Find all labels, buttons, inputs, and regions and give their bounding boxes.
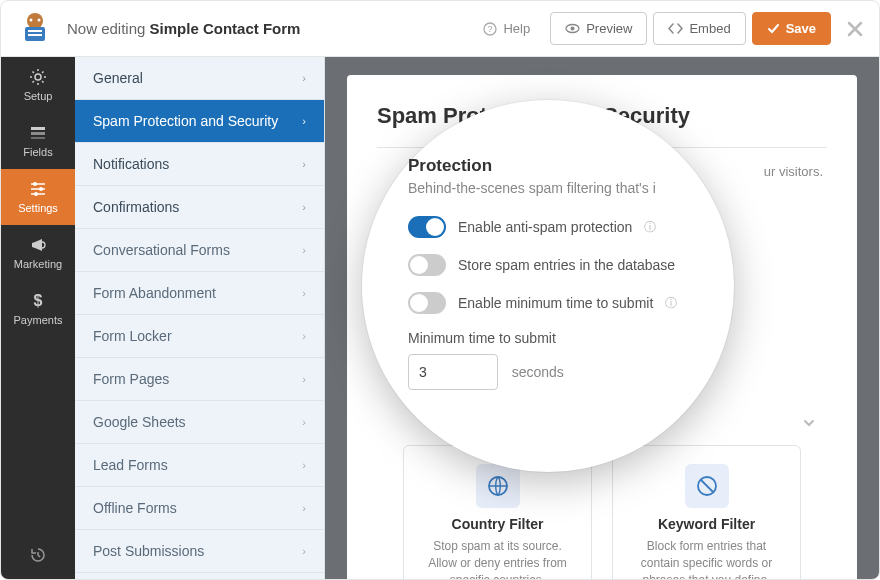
sidebar-item-label: Notifications bbox=[93, 156, 169, 172]
toggle-label: Enable anti-spam protection bbox=[458, 219, 632, 235]
close-button[interactable] bbox=[847, 21, 863, 37]
eye-icon bbox=[565, 21, 580, 36]
protection-heading: Protection bbox=[408, 156, 688, 176]
magnifier-lens: Protection Behind-the-scenes spam filter… bbox=[362, 100, 734, 472]
toggle-label: Enable minimum time to submit bbox=[458, 295, 653, 311]
check-icon bbox=[767, 22, 780, 35]
sidebar-item-label: Offline Forms bbox=[93, 500, 177, 516]
sidebar-item-label: Spam Protection and Security bbox=[93, 113, 278, 129]
chevron-right-icon: › bbox=[302, 545, 306, 557]
sidebar-item[interactable]: Form Pages› bbox=[75, 358, 324, 401]
sidebar-item[interactable]: Confirmations› bbox=[75, 186, 324, 229]
sidebar-item[interactable]: Lead Forms› bbox=[75, 444, 324, 487]
svg-rect-2 bbox=[28, 30, 42, 32]
toggle-min-time: Enable minimum time to submit ⓘ bbox=[408, 292, 688, 314]
collapse-caret[interactable] bbox=[801, 415, 817, 431]
protection-subtext: Behind-the-scenes spam filtering that's … bbox=[408, 180, 688, 196]
seconds-label: seconds bbox=[512, 364, 564, 380]
sidebar-item-label: Form Locker bbox=[93, 328, 172, 344]
help-link[interactable]: ? Help bbox=[483, 21, 530, 36]
dollar-icon: $ bbox=[29, 292, 47, 310]
min-time-row: seconds bbox=[408, 354, 688, 390]
revisions-button[interactable] bbox=[1, 531, 75, 579]
addon-cards: Country Filter Stop spam at its source. … bbox=[403, 445, 801, 579]
rail-payments[interactable]: $ Payments bbox=[1, 281, 75, 337]
chevron-right-icon: › bbox=[302, 373, 306, 385]
svg-point-0 bbox=[27, 13, 43, 29]
sidebar-item[interactable]: Conversational Forms› bbox=[75, 229, 324, 272]
svg-point-16 bbox=[34, 192, 38, 196]
sidebar-item-label: Post Submissions bbox=[93, 543, 204, 559]
svg-rect-12 bbox=[31, 132, 45, 135]
sidebar-item-label: Google Sheets bbox=[93, 414, 186, 430]
rail-fields[interactable]: Fields bbox=[1, 113, 75, 169]
sidebar-item[interactable]: Google Sheets› bbox=[75, 401, 324, 444]
sidebar-item[interactable]: Post Submissions› bbox=[75, 530, 324, 573]
form-name[interactable]: Simple Contact Form bbox=[150, 20, 301, 37]
help-icon[interactable]: ⓘ bbox=[644, 219, 656, 236]
chevron-right-icon: › bbox=[302, 72, 306, 84]
sliders-icon bbox=[29, 180, 47, 198]
sidebar-item[interactable]: Save and Resume› bbox=[75, 573, 324, 579]
sidebar-item-label: Form Pages bbox=[93, 371, 169, 387]
preview-button[interactable]: Preview bbox=[550, 12, 647, 45]
sidebar-item[interactable]: Spam Protection and Security› bbox=[75, 100, 324, 143]
chevron-right-icon: › bbox=[302, 502, 306, 514]
min-time-input[interactable] bbox=[408, 354, 498, 390]
toggle-label: Store spam entries in the database bbox=[458, 257, 675, 273]
chevron-right-icon: › bbox=[302, 158, 306, 170]
gear-icon bbox=[29, 68, 47, 86]
code-icon bbox=[668, 21, 683, 36]
help-icon: ? bbox=[483, 22, 497, 36]
svg-rect-11 bbox=[31, 127, 45, 130]
globe-block-icon bbox=[476, 464, 520, 508]
help-icon[interactable]: ⓘ bbox=[665, 295, 677, 312]
now-editing: Now editing Simple Contact Form bbox=[67, 20, 300, 37]
sidebar-item[interactable]: General› bbox=[75, 57, 324, 100]
sidebar-item-label: Conversational Forms bbox=[93, 242, 230, 258]
rail-setup[interactable]: Setup bbox=[1, 57, 75, 113]
svg-point-15 bbox=[39, 187, 43, 191]
top-bar: Now editing Simple Contact Form ? Help P… bbox=[1, 1, 879, 57]
card-desc: Stop spam at its source. Allow or deny e… bbox=[420, 538, 575, 579]
toggle-anti-spam: Enable anti-spam protection ⓘ bbox=[408, 216, 688, 238]
settings-sidebar: General›Spam Protection and Security›Not… bbox=[75, 57, 325, 579]
save-button[interactable]: Save bbox=[752, 12, 831, 45]
sidebar-item[interactable]: Form Abandonment› bbox=[75, 272, 324, 315]
now-editing-prefix: Now editing bbox=[67, 20, 145, 37]
chevron-right-icon: › bbox=[302, 459, 306, 471]
sidebar-item[interactable]: Offline Forms› bbox=[75, 487, 324, 530]
sidebar-item-label: Form Abandonment bbox=[93, 285, 216, 301]
sidebar-item-label: Confirmations bbox=[93, 199, 179, 215]
rail-settings[interactable]: Settings bbox=[1, 169, 75, 225]
svg-rect-13 bbox=[31, 137, 45, 139]
sidebar-item-label: General bbox=[93, 70, 143, 86]
embed-button[interactable]: Embed bbox=[653, 12, 745, 45]
bullhorn-icon bbox=[29, 236, 47, 254]
svg-rect-3 bbox=[28, 34, 42, 36]
block-icon bbox=[685, 464, 729, 508]
toggle-switch[interactable] bbox=[408, 292, 446, 314]
sidebar-item[interactable]: Notifications› bbox=[75, 143, 324, 186]
svg-point-9 bbox=[571, 27, 575, 31]
rail-marketing[interactable]: Marketing bbox=[1, 225, 75, 281]
svg-point-10 bbox=[35, 74, 41, 80]
svg-text:?: ? bbox=[488, 24, 493, 34]
chevron-right-icon: › bbox=[302, 287, 306, 299]
chevron-right-icon: › bbox=[302, 201, 306, 213]
fields-icon bbox=[29, 124, 47, 142]
history-icon bbox=[29, 546, 47, 564]
svg-point-14 bbox=[33, 182, 37, 186]
card-title: Keyword Filter bbox=[629, 516, 784, 532]
toggle-switch[interactable] bbox=[408, 254, 446, 276]
wpforms-logo bbox=[17, 11, 53, 47]
sidebar-item-label: Lead Forms bbox=[93, 457, 168, 473]
chevron-right-icon: › bbox=[302, 330, 306, 342]
svg-text:$: $ bbox=[34, 292, 43, 309]
min-time-label: Minimum time to submit bbox=[408, 330, 688, 346]
sidebar-item[interactable]: Form Locker› bbox=[75, 315, 324, 358]
chevron-right-icon: › bbox=[302, 115, 306, 127]
chevron-right-icon: › bbox=[302, 244, 306, 256]
chevron-right-icon: › bbox=[302, 416, 306, 428]
toggle-switch[interactable] bbox=[408, 216, 446, 238]
